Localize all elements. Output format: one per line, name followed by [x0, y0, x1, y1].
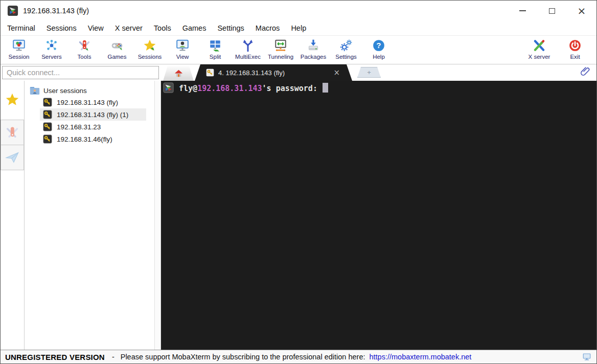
paperclip-icon[interactable]	[580, 66, 590, 77]
toolbar-help-button[interactable]: ? Help	[362, 39, 395, 60]
side-tab-macros[interactable]	[1, 145, 24, 170]
tools-icon	[78, 39, 91, 52]
toolbar-label: Exit	[570, 54, 580, 60]
active-tab-label: 4. 192.168.31.143 (fly)	[218, 69, 285, 77]
side-tab-sessions[interactable]	[1, 87, 24, 112]
toolbar-label: Tools	[78, 54, 91, 60]
mobatek-link[interactable]: https://mobaxterm.mobatek.net	[370, 353, 472, 361]
toolbar: Session Servers Tools	[1, 35, 596, 64]
menu-tools[interactable]: Tools	[148, 22, 177, 34]
home-icon	[174, 69, 183, 78]
settings-icon	[339, 39, 353, 52]
toolbar-label: Help	[373, 54, 385, 60]
minimize-button[interactable]	[508, 1, 537, 21]
sidebar-body: User sessions 192.168.31.143 (fly)	[1, 81, 161, 351]
toolbar-label: Split	[210, 54, 221, 60]
monitor-status-icon[interactable]	[582, 352, 592, 361]
menu-settings[interactable]: Settings	[212, 22, 249, 34]
tab-close-icon[interactable]: ×	[318, 68, 340, 77]
menu-terminal[interactable]: Terminal	[2, 22, 41, 34]
toolbar-xserver-button[interactable]: X server	[523, 39, 556, 60]
toolbar-label: Games	[107, 54, 126, 60]
session-item[interactable]: 192.168.31.143 (fly) (1)	[40, 108, 146, 121]
svg-text:?: ?	[376, 41, 381, 50]
session-icon	[12, 39, 26, 52]
menu-sessions[interactable]: Sessions	[41, 22, 82, 34]
toolbar-label: Tunneling	[268, 54, 293, 60]
session-item[interactable]: 192.168.31.143 (fly)	[40, 96, 146, 108]
session-item-label: 192.168.31.143 (fly)	[57, 99, 118, 106]
toolbar-split-button[interactable]: Split	[199, 39, 232, 60]
sidebar-scrollbar[interactable]	[154, 81, 161, 351]
toolbar-label: Settings	[335, 54, 357, 60]
close-icon: ×	[578, 6, 586, 16]
plus-icon: +	[367, 69, 371, 76]
session-item[interactable]: 192.168.31.23	[40, 121, 146, 133]
maximize-icon	[549, 8, 555, 14]
multiexec-icon	[241, 39, 255, 52]
menu-macros[interactable]: Macros	[250, 22, 286, 34]
toolbar-multiexec-button[interactable]: MultiExec	[232, 39, 264, 60]
window-controls: ×	[508, 1, 596, 21]
prompt-host: 192.168.31.143	[197, 84, 262, 93]
quick-connect-input[interactable]	[2, 66, 159, 79]
side-tab-tools[interactable]	[1, 120, 24, 145]
games-icon	[110, 39, 124, 52]
knife-side-icon	[5, 125, 19, 140]
toolbar-session-button[interactable]: Session	[3, 39, 35, 60]
window-title: 192.168.31.143 (fly)	[23, 7, 89, 15]
packages-icon	[307, 39, 320, 52]
toolbar-servers-button[interactable]: Servers	[35, 39, 68, 60]
help-icon: ?	[372, 39, 385, 52]
servers-icon	[45, 39, 58, 52]
toolbar-games-button[interactable]: Games	[101, 39, 133, 60]
new-tab-button[interactable]: +	[357, 67, 381, 78]
session-item[interactable]: 192.168.31.46(fly)	[40, 133, 146, 145]
tab-bar: 4. 192.168.31.143 (fly) × +	[161, 64, 596, 81]
toolbar-tunneling-button[interactable]: Tunneling	[264, 39, 297, 60]
mobaxterm-logo-icon	[7, 5, 18, 16]
title-bar: 192.168.31.143 (fly) ×	[1, 1, 596, 21]
toolbar-view-button[interactable]: View	[166, 39, 199, 60]
star-side-icon	[5, 93, 19, 107]
close-button[interactable]: ×	[567, 1, 596, 21]
session-item-label: 192.168.31.46(fly)	[57, 135, 112, 143]
sessions-tree: User sessions 192.168.31.143 (fly)	[25, 81, 154, 351]
home-tab[interactable]	[163, 66, 194, 81]
mobaxterm-logo-icon	[163, 82, 174, 93]
sidebar: User sessions 192.168.31.143 (fly)	[1, 64, 161, 351]
tree-root-user-sessions[interactable]: User sessions	[30, 85, 154, 96]
status-bar: UNREGISTERED VERSION - Please support Mo…	[1, 350, 596, 363]
view-icon	[176, 39, 189, 52]
exit-icon	[568, 39, 582, 52]
key-session-icon	[43, 122, 52, 131]
menu-view[interactable]: View	[82, 22, 109, 34]
terminal-prompt-text: fly@192.168.31.143's password:	[179, 83, 328, 93]
prompt-user: fly@	[179, 84, 197, 93]
toolbar-sessions-button[interactable]: Sessions	[133, 39, 166, 60]
toolbar-tools-button[interactable]: Tools	[68, 39, 101, 60]
toolbar-label: Sessions	[138, 54, 162, 60]
toolbar-label: X server	[529, 54, 550, 60]
toolbar-right-group: X server Exit	[523, 39, 594, 60]
minimize-icon	[519, 10, 526, 11]
key-session-icon	[43, 98, 52, 107]
menu-help[interactable]: Help	[285, 22, 312, 34]
toolbar-label: Session	[9, 54, 30, 60]
toolbar-exit-button[interactable]: Exit	[559, 39, 591, 60]
session-item-label: 192.168.31.23	[57, 123, 101, 131]
toolbar-settings-button[interactable]: Settings	[330, 39, 362, 60]
toolbar-packages-button[interactable]: Packages	[297, 39, 330, 60]
active-terminal-tab[interactable]: 4. 192.168.31.143 (fly) ×	[195, 64, 352, 81]
maximize-button[interactable]	[537, 1, 567, 21]
menu-bar: Terminal Sessions View X server Tools Ga…	[1, 21, 596, 35]
terminal-cursor	[323, 83, 328, 93]
menu-xserver[interactable]: X server	[109, 22, 148, 34]
key-session-icon	[43, 134, 52, 144]
menu-games[interactable]: Games	[177, 22, 212, 34]
terminal[interactable]: fly@192.168.31.143's password:	[161, 81, 596, 351]
status-message: Please support MobaXterm by subscribing …	[121, 353, 365, 361]
key-session-icon	[43, 110, 52, 119]
unregistered-version-label: UNREGISTERED VERSION	[5, 353, 105, 361]
content-area: 4. 192.168.31.143 (fly) × +	[161, 64, 596, 351]
